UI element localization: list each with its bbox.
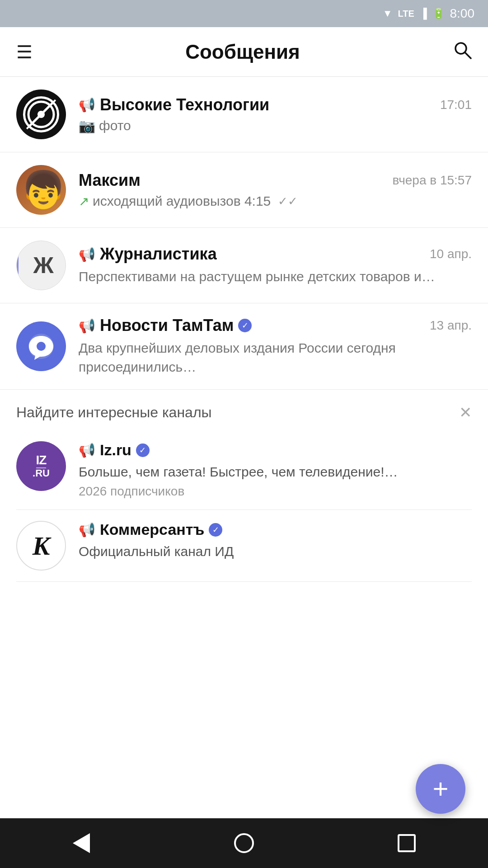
status-time: 8:00 — [450, 6, 475, 21]
megaphone-icon: 📢 — [79, 522, 95, 538]
signal-icon: ▐ — [420, 8, 427, 19]
avatar-maksim — [16, 165, 66, 215]
avatar-kommersant: K — [16, 521, 66, 571]
channel-content-izru: 📢 Iz.ru ✓ Больше, чем газета! Быстрее, ч… — [79, 441, 472, 499]
verified-icon: ✓ — [209, 523, 222, 537]
channel-name: Iz.ru — [100, 441, 131, 459]
message-item-zhurnalistika[interactable]: Ж 📢 Журналистика 10 апр. Перспективами н… — [0, 228, 488, 303]
message-item-maksim[interactable]: Максим вчера в 15:57 ↗ исходящий аудиовы… — [0, 152, 488, 228]
back-triangle-icon — [73, 833, 90, 853]
outgoing-call-icon: ↗ — [79, 194, 89, 209]
message-list: 📢 Высокие Технологии 17:01 📷 фото Максим… — [0, 77, 488, 681]
avatar-izru: IZ .RU — [16, 441, 66, 491]
message-time: вчера в 15:57 — [393, 173, 472, 188]
menu-button[interactable]: ☰ — [16, 43, 33, 61]
avatar-zhurnalistika: Ж — [16, 241, 66, 290]
avatar-vysotkie — [16, 90, 66, 139]
find-channels-header: Найдите интересные каналы ✕ — [16, 403, 472, 421]
wifi-icon: ▼ — [383, 8, 393, 19]
verified-icon: ✓ — [136, 443, 150, 457]
lte-icon: LTE — [398, 9, 414, 19]
avatar-novosti — [16, 321, 66, 371]
close-find-channels-button[interactable]: ✕ — [459, 403, 472, 421]
plus-icon: + — [432, 775, 448, 802]
svg-point-2 — [28, 102, 54, 127]
svg-line-3 — [30, 103, 52, 126]
megaphone-icon: 📢 — [79, 442, 95, 458]
megaphone-icon: 📢 — [79, 97, 95, 113]
channel-item-kommersant[interactable]: K 📢 Коммерсантъ ✓ Официальный канал ИД — [16, 510, 472, 582]
message-name: Журналистика — [100, 245, 217, 264]
verified-icon: ✓ — [238, 319, 252, 332]
message-content-vysotkie: 📢 Высокие Технологии 17:01 📷 фото — [79, 95, 472, 134]
home-circle-icon — [234, 833, 254, 853]
message-name: Максим — [79, 171, 141, 190]
message-time: 10 апр. — [430, 247, 472, 261]
message-preview: 📷 фото — [79, 118, 472, 134]
svg-line-1 — [465, 52, 471, 58]
battery-icon: 🔋 — [432, 8, 445, 19]
message-preview: Перспективами на растущем рынке детских … — [79, 267, 472, 286]
nav-recents-button[interactable] — [389, 825, 425, 861]
header: ☰ Сообщения — [0, 27, 488, 77]
navigation-bar — [0, 818, 488, 868]
channel-subscribers: 2026 подписчиков — [79, 484, 472, 499]
channel-name: Коммерсантъ — [100, 521, 204, 538]
status-bar: ▼ LTE ▐ 🔋 8:00 — [0, 0, 488, 27]
channel-content-kommersant: 📢 Коммерсантъ ✓ Официальный канал ИД — [79, 521, 472, 561]
message-time: 17:01 — [440, 98, 472, 112]
svg-point-4 — [38, 111, 45, 118]
message-time: 13 апр. — [430, 318, 472, 333]
camera-emoji: 📷 — [79, 118, 95, 134]
svg-point-6 — [37, 342, 46, 351]
megaphone-icon: 📢 — [79, 318, 95, 334]
compose-fab-button[interactable]: + — [416, 764, 465, 814]
channel-desc: Официальный канал ИД — [79, 542, 472, 561]
recents-square-icon — [398, 834, 416, 852]
message-name: Высокие Технологии — [100, 95, 269, 114]
search-button[interactable] — [453, 40, 472, 64]
channel-desc: Больше, чем газета! Быстрее, чем телевид… — [79, 462, 472, 481]
find-channels-section: Найдите интересные каналы ✕ IZ .RU 📢 Iz.… — [0, 390, 488, 582]
megaphone-icon: 📢 — [79, 246, 95, 262]
message-content-novosti: 📢 Новости ТамТам ✓ 13 апр. Два крупнейши… — [79, 316, 472, 377]
message-content-zhurnalistika: 📢 Журналистика 10 апр. Перспективами на … — [79, 245, 472, 286]
find-channels-title: Найдите интересные каналы — [16, 404, 212, 421]
status-icons: ▼ LTE ▐ 🔋 8:00 — [383, 6, 474, 21]
message-preview: Два крупнейших деловых издания России се… — [79, 339, 472, 377]
message-name: Новости ТамТам — [100, 316, 234, 335]
message-item-novosti[interactable]: 📢 Новости ТамТам ✓ 13 апр. Два крупнейши… — [0, 303, 488, 390]
nav-back-button[interactable] — [63, 825, 99, 861]
message-preview: ↗ исходящий аудиовызов 4:15 ✓✓ — [79, 193, 472, 209]
message-content-maksim: Максим вчера в 15:57 ↗ исходящий аудиовы… — [79, 171, 472, 209]
page-title: Сообщения — [33, 41, 453, 63]
message-item-vysotkie[interactable]: 📢 Высокие Технологии 17:01 📷 фото — [0, 77, 488, 152]
channel-item-izru[interactable]: IZ .RU 📢 Iz.ru ✓ Больше, чем газета! Быс… — [16, 430, 472, 510]
nav-home-button[interactable] — [226, 825, 262, 861]
double-check-icon: ✓✓ — [278, 194, 298, 208]
